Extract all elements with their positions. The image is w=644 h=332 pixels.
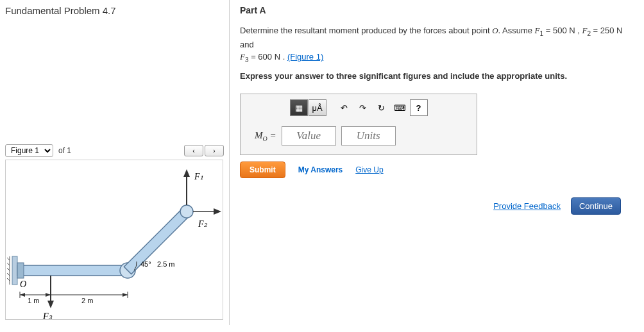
svg-marker-13 bbox=[183, 169, 190, 177]
submit-button[interactable]: Submit bbox=[240, 162, 285, 178]
figure-count: of 1 bbox=[58, 146, 71, 155]
give-up-link[interactable]: Give Up bbox=[355, 165, 383, 174]
svg-line-2 bbox=[7, 258, 10, 260]
answer-box: ▦ μÅ ↶ ↷ ↻ ⌨ ? MO = bbox=[240, 94, 477, 155]
problem-title: Fundamental Problem 4.7 bbox=[5, 5, 224, 16]
len2-label: 2 m bbox=[81, 297, 93, 304]
figure-link[interactable]: (Figure 1) bbox=[287, 52, 323, 62]
svg-marker-17 bbox=[47, 301, 54, 308]
part-title: Part A bbox=[240, 5, 634, 15]
svg-rect-0 bbox=[12, 256, 17, 285]
angle-label: 45° bbox=[140, 260, 151, 268]
svg-marker-25 bbox=[123, 293, 128, 297]
svg-line-6 bbox=[7, 278, 10, 281]
template-icon[interactable]: ▦ bbox=[290, 99, 308, 116]
provide-feedback-link[interactable]: Provide Feedback bbox=[493, 201, 561, 211]
svg-line-3 bbox=[7, 263, 10, 265]
f2-label: F₂ bbox=[198, 219, 208, 229]
svg-marker-22 bbox=[46, 293, 51, 297]
len1-label: 1 m bbox=[28, 297, 39, 304]
units-input[interactable] bbox=[341, 126, 396, 145]
svg-point-11 bbox=[180, 205, 193, 218]
figure-selector[interactable]: Figure 1 bbox=[5, 144, 53, 157]
svg-line-5 bbox=[7, 273, 10, 276]
help-icon[interactable]: ? bbox=[410, 99, 428, 116]
redo-icon[interactable]: ↷ bbox=[354, 99, 372, 116]
figure-prev-button[interactable]: ‹ bbox=[184, 145, 203, 156]
continue-button[interactable]: Continue bbox=[571, 197, 621, 215]
symbols-icon[interactable]: μÅ bbox=[309, 99, 326, 116]
express-text: Express your answer to three significant… bbox=[240, 70, 634, 83]
f1-label: F₁ bbox=[194, 172, 203, 181]
svg-line-4 bbox=[7, 268, 10, 270]
svg-marker-21 bbox=[20, 293, 25, 297]
o-label: O bbox=[20, 279, 26, 289]
svg-rect-8 bbox=[17, 263, 24, 278]
figure-next-button[interactable]: › bbox=[205, 145, 224, 156]
undo-icon[interactable]: ↶ bbox=[335, 99, 353, 116]
value-input[interactable] bbox=[282, 126, 336, 145]
answer-toolbar: ▦ μÅ ↶ ↷ ↻ ⌨ ? bbox=[246, 99, 471, 116]
figure-section: Figure 1 of 1 ‹ › bbox=[5, 144, 224, 320]
keyboard-icon[interactable]: ⌨ bbox=[391, 99, 409, 116]
svg-marker-15 bbox=[214, 208, 221, 215]
f3-label: F₃ bbox=[42, 311, 53, 320]
len25-label: 2.5 m bbox=[157, 260, 175, 268]
reset-icon[interactable]: ↻ bbox=[373, 99, 391, 116]
instructions: Determine the resultant moment produced … bbox=[240, 24, 634, 82]
figure-diagram: F₁ F₂ 45° 2.5 m O F₃ 1 m bbox=[5, 160, 223, 320]
mo-label: MO = bbox=[255, 130, 276, 142]
svg-rect-7 bbox=[17, 265, 126, 276]
my-answers-link[interactable]: My Answers bbox=[298, 165, 343, 174]
